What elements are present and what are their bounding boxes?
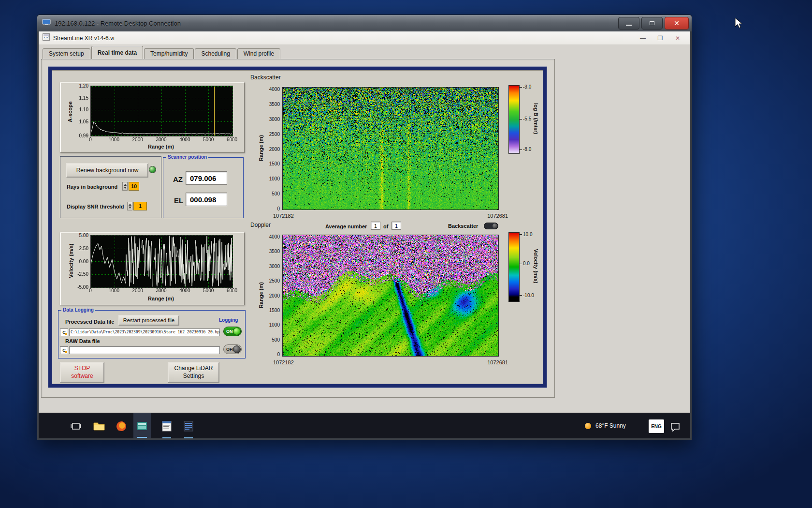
tab-bar: System setup Real time data Temp/humidit… xyxy=(39,45,690,59)
doppler-ytick-label: 4000 xyxy=(263,234,280,239)
app-restore-button[interactable]: ❐ xyxy=(652,31,669,45)
background-controls-group: Renew background now Rays in background … xyxy=(60,156,161,218)
rays-spinner[interactable] xyxy=(122,182,128,191)
doppler-ytick-label: 2000 xyxy=(263,293,280,299)
app-window-title: StreamLine XR v14-6.vi xyxy=(53,35,115,42)
ascope-plot xyxy=(90,86,233,136)
backscatter-display-toggle[interactable] xyxy=(484,223,498,229)
raw-data-file-path[interactable] xyxy=(69,346,220,354)
rdp-maximize-button[interactable] xyxy=(641,17,663,30)
change-button-line1: Change LiDAR xyxy=(174,365,213,373)
velocity-plot xyxy=(90,235,233,288)
processed-data-file-path[interactable]: C:\Lidar\Data\Proc\2023\202309\20230916\… xyxy=(69,329,220,336)
backscatter-heatmap xyxy=(282,87,499,210)
labview-vi-icon xyxy=(43,33,50,43)
open-app-indicator xyxy=(184,437,193,438)
scanner-position-title: Scanner position xyxy=(166,154,208,160)
doppler-x-start-label: 1072182 xyxy=(273,359,294,365)
processed-toggle-state: ON xyxy=(226,329,233,334)
doppler-ytick-label: 3000 xyxy=(263,264,280,269)
backscatter-colorbar-tick-label: -8.0 xyxy=(523,147,539,152)
ascope-xtick-label: 2000 xyxy=(128,137,147,142)
backscatter-colorbar-tick xyxy=(520,149,522,150)
velocity-ytick-label: -2.50 xyxy=(70,271,88,277)
velocity-xtick-label: 4000 xyxy=(175,288,194,293)
schedule-app-button[interactable] xyxy=(182,420,195,432)
doppler-ytick-label: 0 xyxy=(263,352,280,357)
tab-wind-profile[interactable]: Wind profile xyxy=(237,48,280,59)
processed-logging-toggle[interactable]: ON xyxy=(223,327,242,336)
weather-text[interactable]: 68°F Sunny xyxy=(595,422,626,429)
ascope-xtick-label: 4000 xyxy=(175,137,194,142)
doppler-colorbar-tick xyxy=(520,264,522,264)
backscatter-colorbar-tick-label: -5.5 xyxy=(523,116,539,121)
tab-real-time-data[interactable]: Real time data xyxy=(91,46,143,59)
weather-sun-icon[interactable] xyxy=(585,423,591,429)
velocity-ytick-label: 2.50 xyxy=(70,246,88,251)
ascope-xtick-label: 6000 xyxy=(222,137,242,142)
raw-drive-box[interactable]: C xyxy=(60,346,68,354)
elevation-value: 000.098 xyxy=(186,193,227,206)
backscatter-toggle-label: Backscatter xyxy=(448,223,478,229)
rays-value[interactable]: 10 xyxy=(129,182,139,191)
velocity-xtick-label: 1000 xyxy=(104,288,124,293)
file-explorer-button[interactable] xyxy=(93,420,105,432)
firefox-button[interactable] xyxy=(115,420,128,432)
notification-center-icon[interactable] xyxy=(669,421,682,433)
processed-drive-box[interactable]: C xyxy=(60,329,68,336)
backscatter-ytick-label: 2000 xyxy=(263,147,280,152)
ascope-ytick-label: 1.20 xyxy=(71,83,88,89)
ascope-ytick-label: 1.10 xyxy=(71,107,88,112)
rdp-titlebar[interactable]: 192.168.0.122 - Remote Desktop Connectio… xyxy=(37,15,692,31)
renew-background-button[interactable]: Renew background now xyxy=(66,163,148,178)
snr-spinner[interactable] xyxy=(127,202,132,210)
stop-button-line1: STOP xyxy=(74,365,90,373)
app-close-button[interactable]: ✕ xyxy=(669,31,686,45)
tab-system-setup[interactable]: System setup xyxy=(43,48,90,59)
doppler-plot-title: Doppler xyxy=(250,222,271,228)
rdp-close-button[interactable]: ✕ xyxy=(665,17,689,30)
taskbar: 68°F Sunny ENG xyxy=(39,413,690,438)
change-lidar-settings-button[interactable]: Change LiDAR Settings xyxy=(168,362,219,383)
ascope-ytick-label: 1.15 xyxy=(71,95,88,101)
velocity-xtick-label: 6000 xyxy=(222,288,242,293)
raw-data-file-label: RAW Data file xyxy=(65,338,100,344)
app-titlebar[interactable]: StreamLine XR v14-6.vi — ❐ ✕ xyxy=(39,31,690,45)
velocity-xtick-label: 2000 xyxy=(128,288,147,293)
doppler-colorbar-tick-label: -10.0 xyxy=(523,293,539,298)
app-minimize-button[interactable]: — xyxy=(634,31,652,45)
scan-scheduler-app-button[interactable] xyxy=(160,420,173,432)
azimuth-value: 079.006 xyxy=(186,171,227,185)
average-count-value[interactable]: 1 xyxy=(392,222,401,230)
background-status-led xyxy=(149,166,156,173)
backscatter-colorbar xyxy=(508,85,520,154)
average-number-value[interactable]: 1 xyxy=(371,222,380,230)
backscatter-ytick-label: 4000 xyxy=(263,87,280,92)
language-indicator[interactable]: ENG xyxy=(649,419,664,433)
tab-scheduling[interactable]: Scheduling xyxy=(195,48,236,59)
doppler-heatmap xyxy=(282,235,499,357)
restart-processed-file-button[interactable]: Restart processed file xyxy=(118,315,179,326)
velocity-x-axis-label: Range (m) xyxy=(137,296,185,301)
rdp-window-title: 192.168.0.122 - Remote Desktop Connectio… xyxy=(55,20,181,27)
velocity-xtick-label: 5000 xyxy=(199,288,218,293)
doppler-ytick-label: 1500 xyxy=(263,308,280,313)
backscatter-ytick-label: 500 xyxy=(263,191,280,196)
elevation-label: EL xyxy=(174,196,183,205)
ascope-xtick-label: 1000 xyxy=(104,137,124,142)
stop-software-button[interactable]: STOP software xyxy=(60,362,104,383)
open-app-indicator xyxy=(162,437,171,438)
remote-session: StreamLine XR v14-6.vi — ❐ ✕ System setu… xyxy=(39,31,690,438)
raw-logging-toggle[interactable]: OFF xyxy=(223,344,242,354)
backscatter-x-end-label: 1072681 xyxy=(475,213,508,219)
ascope-ytick-label: 1.05 xyxy=(71,119,88,124)
task-view-button[interactable] xyxy=(70,420,82,432)
backscatter-ytick-label: 3000 xyxy=(263,117,280,122)
streamline-app-button[interactable] xyxy=(133,413,151,438)
weather-temperature: 68°F xyxy=(595,422,608,429)
rdp-minimize-button[interactable] xyxy=(618,17,639,30)
snr-value[interactable]: 1 xyxy=(133,202,147,210)
ascope-xtick-label: 5000 xyxy=(199,137,218,142)
backscatter-ytick-label: 1000 xyxy=(263,176,280,181)
tab-temp-humidity[interactable]: Temp/humidity xyxy=(144,48,194,59)
